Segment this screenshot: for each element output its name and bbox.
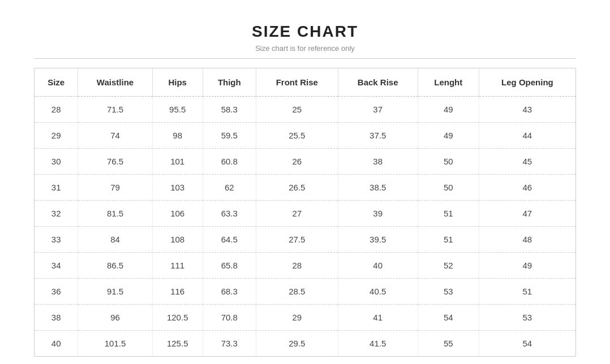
table-cell: 108	[152, 227, 203, 253]
table-cell: 101	[152, 149, 203, 175]
table-header-cell: Size	[35, 68, 78, 97]
table-row: 2871.595.558.325374943	[35, 97, 575, 123]
table-cell: 28	[35, 97, 78, 123]
table-cell: 53	[418, 279, 479, 305]
table-cell: 73.3	[203, 331, 256, 357]
table-cell: 30	[35, 149, 78, 175]
table-cell: 51	[418, 227, 479, 253]
table-cell: 45	[479, 149, 575, 175]
table-cell: 44	[479, 123, 575, 149]
size-chart-table: SizeWaistlineHipsThighFront RiseBack Ris…	[35, 68, 575, 356]
table-cell: 28.5	[256, 279, 338, 305]
table-cell: 76.5	[78, 149, 152, 175]
table-cell: 54	[479, 331, 575, 357]
table-cell: 48	[479, 227, 575, 253]
table-row: 3691.511668.328.540.55351	[35, 279, 575, 305]
table-cell: 46	[479, 175, 575, 201]
table-cell: 38.5	[338, 175, 418, 201]
table-cell: 84	[78, 227, 152, 253]
table-cell: 50	[418, 175, 479, 201]
table-row: 40101.5125.573.329.541.55554	[35, 331, 575, 357]
table-cell: 49	[418, 123, 479, 149]
table-cell: 34	[35, 253, 78, 279]
table-cell: 25.5	[256, 123, 338, 149]
table-row: 31791036226.538.55046	[35, 175, 575, 201]
table-cell: 96	[78, 305, 152, 331]
table-row: 3076.510160.826385045	[35, 149, 575, 175]
table-cell: 49	[418, 97, 479, 123]
table-row: 338410864.527.539.55148	[35, 227, 575, 253]
table-header-row: SizeWaistlineHipsThighFront RiseBack Ris…	[35, 68, 575, 97]
page-title: SIZE CHART	[34, 23, 576, 41]
table-header-cell: Hips	[152, 68, 203, 97]
table-cell: 39.5	[338, 227, 418, 253]
table-cell: 70.8	[203, 305, 256, 331]
table-cell: 86.5	[78, 253, 152, 279]
table-row: 3281.510663.327395147	[35, 201, 575, 227]
title-section: SIZE CHART Size chart is for reference o…	[34, 23, 576, 59]
table-cell: 98	[152, 123, 203, 149]
table-cell: 32	[35, 201, 78, 227]
table-cell: 55	[418, 331, 479, 357]
table-body: 2871.595.558.32537494329749859.525.537.5…	[35, 97, 575, 357]
table-cell: 50	[418, 149, 479, 175]
table-cell: 101.5	[78, 331, 152, 357]
table-cell: 91.5	[78, 279, 152, 305]
table-cell: 59.5	[203, 123, 256, 149]
table-cell: 26	[256, 149, 338, 175]
table-cell: 49	[479, 253, 575, 279]
table-cell: 116	[152, 279, 203, 305]
table-cell: 43	[479, 97, 575, 123]
page-subtitle: Size chart is for reference only	[34, 44, 576, 53]
table-cell: 29	[35, 123, 78, 149]
table-cell: 103	[152, 175, 203, 201]
table-cell: 60.8	[203, 149, 256, 175]
table-cell: 111	[152, 253, 203, 279]
table-cell: 29.5	[256, 331, 338, 357]
table-cell: 52	[418, 253, 479, 279]
table-cell: 31	[35, 175, 78, 201]
table-cell: 27	[256, 201, 338, 227]
table-header-cell: Back Rise	[338, 68, 418, 97]
table-cell: 37	[338, 97, 418, 123]
table-cell: 62	[203, 175, 256, 201]
table-cell: 29	[256, 305, 338, 331]
table-cell: 79	[78, 175, 152, 201]
table-cell: 120.5	[152, 305, 203, 331]
table-cell: 41.5	[338, 331, 418, 357]
table-row: 3896120.570.829415453	[35, 305, 575, 331]
table-cell: 71.5	[78, 97, 152, 123]
table-header-cell: Thigh	[203, 68, 256, 97]
table-cell: 28	[256, 253, 338, 279]
table-header-cell: Lenght	[418, 68, 479, 97]
table-cell: 51	[418, 201, 479, 227]
table-cell: 40	[35, 331, 78, 357]
table-cell: 58.3	[203, 97, 256, 123]
table-header-cell: Front Rise	[256, 68, 338, 97]
table-cell: 106	[152, 201, 203, 227]
table-cell: 95.5	[152, 97, 203, 123]
size-chart-table-wrapper: SizeWaistlineHipsThighFront RiseBack Ris…	[34, 68, 576, 357]
table-cell: 65.8	[203, 253, 256, 279]
table-cell: 54	[418, 305, 479, 331]
table-cell: 53	[479, 305, 575, 331]
table-cell: 26.5	[256, 175, 338, 201]
table-row: 3486.511165.828405249	[35, 253, 575, 279]
table-cell: 51	[479, 279, 575, 305]
table-cell: 40	[338, 253, 418, 279]
table-header-cell: Leg Opening	[479, 68, 575, 97]
table-cell: 125.5	[152, 331, 203, 357]
table-cell: 38	[338, 149, 418, 175]
table-cell: 64.5	[203, 227, 256, 253]
table-cell: 38	[35, 305, 78, 331]
table-cell: 40.5	[338, 279, 418, 305]
table-cell: 74	[78, 123, 152, 149]
table-cell: 39	[338, 201, 418, 227]
table-cell: 63.3	[203, 201, 256, 227]
page-container: SIZE CHART Size chart is for reference o…	[11, 11, 599, 364]
table-cell: 36	[35, 279, 78, 305]
table-cell: 27.5	[256, 227, 338, 253]
table-cell: 68.3	[203, 279, 256, 305]
table-cell: 81.5	[78, 201, 152, 227]
table-cell: 41	[338, 305, 418, 331]
